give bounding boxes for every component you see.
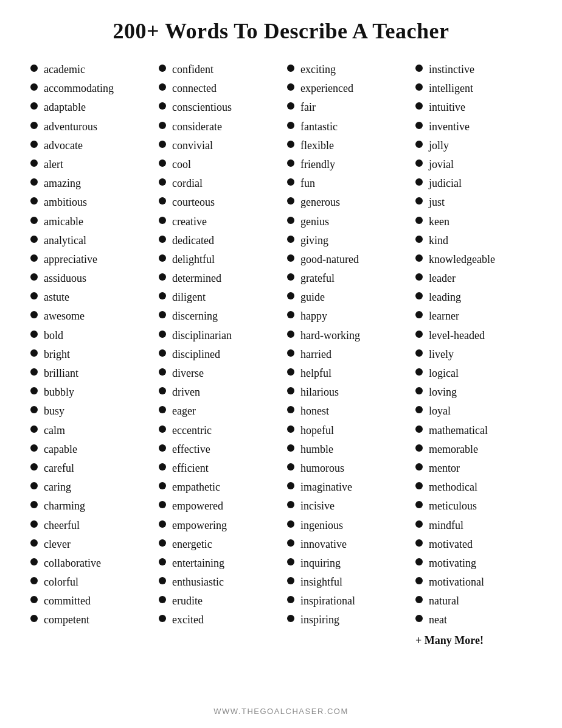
column-1: academicaccommodatingadaptableadventurou… bbox=[24, 62, 153, 695]
list-item: innovative bbox=[287, 537, 403, 552]
bullet-icon bbox=[415, 387, 423, 394]
list-item: level-headed bbox=[415, 328, 532, 343]
word-text: inventive bbox=[429, 119, 470, 135]
word-text: clever bbox=[44, 537, 71, 552]
list-item: grateful bbox=[287, 271, 403, 286]
list-item: jovial bbox=[415, 157, 532, 172]
bullet-icon bbox=[30, 596, 38, 603]
bullet-icon bbox=[287, 425, 294, 433]
list-item: efficient bbox=[159, 461, 275, 476]
word-text: excited bbox=[172, 612, 204, 628]
bullet-icon bbox=[159, 254, 166, 262]
bullet-icon bbox=[30, 501, 38, 508]
bullet-icon bbox=[159, 141, 166, 148]
bullet-icon bbox=[415, 425, 423, 433]
word-text: logical bbox=[429, 366, 459, 381]
bullet-icon bbox=[287, 217, 294, 224]
list-item: cool bbox=[159, 157, 275, 172]
word-text: amazing bbox=[44, 176, 81, 191]
word-text: memorable bbox=[429, 442, 478, 457]
bullet-icon bbox=[159, 273, 166, 281]
bullet-icon bbox=[287, 539, 294, 547]
bullet-icon bbox=[30, 236, 38, 243]
footer: WWW.THEGOALCHASER.COM bbox=[213, 707, 348, 716]
word-text: adaptable bbox=[44, 100, 86, 115]
list-item: mathematical bbox=[415, 423, 532, 438]
word-list-2: confidentconnectedconscientiousconsidera… bbox=[159, 62, 275, 632]
bullet-icon bbox=[30, 197, 38, 205]
list-item: driven bbox=[159, 385, 275, 400]
bullet-icon bbox=[159, 577, 166, 584]
bullet-icon bbox=[415, 406, 423, 413]
bullet-icon bbox=[159, 539, 166, 547]
word-text: ingenious bbox=[300, 518, 343, 533]
bullet-icon bbox=[159, 406, 166, 413]
bullet-icon bbox=[287, 463, 294, 471]
word-text: empowering bbox=[172, 518, 227, 533]
word-text: humorous bbox=[300, 461, 344, 476]
word-list-4: instinctiveintelligentintuitiveinventive… bbox=[415, 62, 532, 632]
list-item: mentor bbox=[415, 461, 532, 476]
word-text: hopeful bbox=[300, 423, 334, 438]
bullet-icon bbox=[30, 482, 38, 489]
page-title: 200+ Words To Describe A Teacher bbox=[113, 18, 449, 44]
bullet-icon bbox=[287, 577, 294, 584]
word-text: leader bbox=[429, 271, 456, 286]
bullet-icon bbox=[159, 65, 166, 72]
word-text: harried bbox=[300, 347, 331, 362]
bullet-icon bbox=[30, 331, 38, 338]
list-item: conscientious bbox=[159, 100, 275, 115]
word-text: intuitive bbox=[429, 100, 465, 115]
bullet-icon bbox=[287, 596, 294, 603]
word-text: exciting bbox=[300, 62, 336, 77]
list-item: competent bbox=[30, 612, 147, 628]
list-item: advocate bbox=[30, 138, 147, 153]
word-text: empathetic bbox=[172, 480, 220, 495]
list-item: calm bbox=[30, 423, 147, 438]
bullet-icon bbox=[159, 615, 166, 622]
bullet-icon bbox=[159, 159, 166, 167]
list-item: hilarious bbox=[287, 385, 403, 400]
bullet-icon bbox=[30, 122, 38, 129]
list-item: kind bbox=[415, 233, 532, 248]
bullet-icon bbox=[415, 501, 423, 508]
word-text: loyal bbox=[429, 404, 451, 419]
list-item: leader bbox=[415, 271, 532, 286]
list-item: convivial bbox=[159, 138, 275, 153]
word-text: efficient bbox=[172, 461, 209, 476]
list-item: guide bbox=[287, 290, 403, 305]
word-text: inquiring bbox=[300, 556, 341, 571]
list-item: empowered bbox=[159, 499, 275, 514]
word-text: creative bbox=[172, 214, 207, 229]
word-text: careful bbox=[44, 461, 74, 476]
list-item: giving bbox=[287, 233, 403, 248]
list-item: analytical bbox=[30, 233, 147, 248]
list-item: friendly bbox=[287, 157, 403, 172]
list-item: careful bbox=[30, 461, 147, 476]
word-text: humble bbox=[300, 442, 333, 457]
list-item: inventive bbox=[415, 119, 532, 135]
list-item: honest bbox=[287, 404, 403, 419]
word-text: leading bbox=[429, 290, 461, 305]
bullet-icon bbox=[415, 463, 423, 471]
bullet-icon bbox=[287, 349, 294, 357]
word-text: methodical bbox=[429, 480, 477, 495]
list-item: knowledgeable bbox=[415, 252, 532, 267]
list-item: inspirational bbox=[287, 593, 403, 609]
word-text: disciplinarian bbox=[172, 328, 232, 343]
word-text: fantastic bbox=[300, 119, 338, 135]
bullet-icon bbox=[159, 463, 166, 471]
list-item: logical bbox=[415, 366, 532, 381]
word-text: adventurous bbox=[44, 119, 97, 135]
list-item: astute bbox=[30, 290, 147, 305]
bullet-icon bbox=[159, 83, 166, 91]
bullet-icon bbox=[159, 331, 166, 338]
bullet-icon bbox=[30, 615, 38, 622]
word-text: confident bbox=[172, 62, 213, 77]
word-text: cordial bbox=[172, 176, 203, 191]
word-text: innovative bbox=[300, 537, 347, 552]
word-text: dedicated bbox=[172, 233, 214, 248]
bullet-icon bbox=[30, 102, 38, 110]
word-text: brilliant bbox=[44, 366, 78, 381]
bullet-icon bbox=[415, 520, 423, 528]
